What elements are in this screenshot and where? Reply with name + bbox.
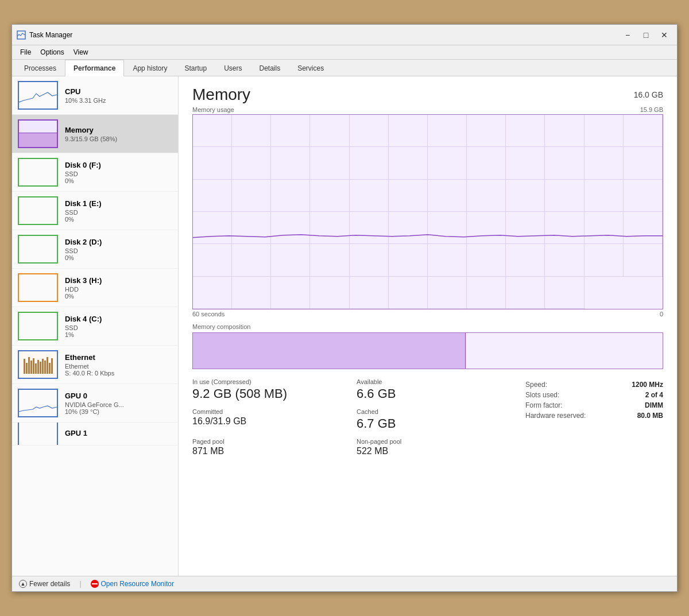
menu-options[interactable]: Options xyxy=(36,47,68,58)
disk2-sub1: SSD xyxy=(65,247,102,254)
tab-processes[interactable]: Processes xyxy=(16,60,65,76)
sidebar-item-ethernet[interactable]: Ethernet Ethernet S: 40.0 R: 0 Kbps xyxy=(12,346,178,384)
sidebar-item-disk0[interactable]: Disk 0 (F:) SSD 0% xyxy=(12,153,178,192)
disk1-name: Disk 1 (E:) xyxy=(65,199,102,208)
no-entry-icon xyxy=(91,580,99,588)
ethernet-thumbnail xyxy=(18,350,58,379)
sidebar-item-disk1[interactable]: Disk 1 (E:) SSD 0% xyxy=(12,192,178,230)
memory-name: Memory xyxy=(65,126,117,134)
committed-label: Committed xyxy=(192,408,338,415)
main-title: Memory xyxy=(192,86,250,104)
task-manager-window: Task Manager − □ ✕ File Options View Pro… xyxy=(11,24,678,592)
memory-info: Memory 9.3/15.9 GB (58%) xyxy=(65,126,117,142)
cached-label: Cached xyxy=(357,408,502,415)
content-area: CPU 10% 3.31 GHz Memory 9.3/15.9 GB (58%… xyxy=(12,76,677,576)
max-label: 15.9 GB xyxy=(640,106,663,113)
disk3-info: Disk 3 (H:) HDD 0% xyxy=(65,276,102,300)
speed-label: Speed: xyxy=(525,381,547,389)
main-panel: Memory 16.0 GB Memory usage 15.9 GB xyxy=(179,76,677,576)
paged-pool-label: Paged pool xyxy=(192,438,338,445)
sidebar: CPU 10% 3.31 GHz Memory 9.3/15.9 GB (58%… xyxy=(12,76,179,576)
left-stats: In use (Compressed) 9.2 GB (508 MB) Avai… xyxy=(192,378,502,456)
form-label: Form factor: xyxy=(525,401,563,409)
disk1-sub2: 0% xyxy=(65,216,102,223)
sidebar-item-gpu0[interactable]: GPU 0 NVIDIA GeForce G... 10% (39 °C) xyxy=(12,384,178,423)
disk3-thumbnail xyxy=(18,273,58,302)
disk1-sub1: SSD xyxy=(65,209,102,216)
resource-monitor-link[interactable]: Open Resource Monitor xyxy=(101,580,174,588)
sidebar-item-cpu[interactable]: CPU 10% 3.31 GHz xyxy=(12,76,178,115)
tab-app-history[interactable]: App history xyxy=(124,60,176,76)
non-paged-pool-label: Non-paged pool xyxy=(357,438,502,445)
chart-time-row: 60 seconds 0 xyxy=(192,311,663,317)
hw-reserved-value: 80.0 MB xyxy=(637,412,663,420)
sidebar-item-gpu1[interactable]: GPU 1 xyxy=(12,423,178,445)
disk0-sub1: SSD xyxy=(65,171,101,177)
tab-details[interactable]: Details xyxy=(250,60,289,76)
usage-label: Memory usage xyxy=(192,106,234,113)
tab-performance[interactable]: Performance xyxy=(65,60,124,76)
cpu-info: CPU 10% 3.31 GHz xyxy=(65,87,106,104)
memory-thumbnail xyxy=(18,119,58,148)
disk3-sub2: 0% xyxy=(65,293,102,300)
bottom-bar: ▲ Fewer details | Open Resource Monitor xyxy=(12,576,677,591)
resource-monitor-area: Open Resource Monitor xyxy=(91,580,174,588)
disk4-name: Disk 4 (C:) xyxy=(65,315,102,323)
tab-services[interactable]: Services xyxy=(289,60,332,76)
committed-stat: Committed 16.9/31.9 GB xyxy=(192,408,338,431)
tab-startup[interactable]: Startup xyxy=(176,60,215,76)
disk1-thumbnail xyxy=(18,196,58,225)
composition-divider xyxy=(465,333,466,369)
disk3-name: Disk 3 (H:) xyxy=(65,276,102,285)
ethernet-name: Ethernet xyxy=(65,353,114,362)
title-bar: Task Manager − □ ✕ xyxy=(12,25,677,45)
time-left: 60 seconds xyxy=(192,311,224,317)
ethernet-info: Ethernet Ethernet S: 40.0 R: 0 Kbps xyxy=(65,353,114,377)
sidebar-item-disk3[interactable]: Disk 3 (H:) HDD 0% xyxy=(12,269,178,307)
right-stats: Speed: 1200 MHz Slots used: 2 of 4 Form … xyxy=(525,378,663,456)
close-button[interactable]: ✕ xyxy=(656,29,672,41)
menu-file[interactable]: File xyxy=(16,47,36,58)
fewer-details-button[interactable]: ▲ Fewer details xyxy=(19,580,70,588)
in-use-value: 9.2 GB (508 MB) xyxy=(192,386,338,401)
memory-chart xyxy=(192,114,663,309)
window-controls: − □ ✕ xyxy=(620,29,672,41)
available-value: 6.6 GB xyxy=(357,386,502,401)
hw-reserved-label: Hardware reserved: xyxy=(525,412,586,420)
paged-pool-stat: Paged pool 871 MB xyxy=(192,438,338,456)
bottom-separator: | xyxy=(79,580,81,588)
disk3-sub1: HDD xyxy=(65,286,102,293)
slots-row: Slots used: 2 of 4 xyxy=(525,391,663,399)
cached-value: 6.7 GB xyxy=(357,416,502,431)
sidebar-item-memory[interactable]: Memory 9.3/15.9 GB (58%) xyxy=(12,115,178,153)
tab-users[interactable]: Users xyxy=(215,60,250,76)
disk4-info: Disk 4 (C:) SSD 1% xyxy=(65,315,102,338)
hw-reserved-row: Hardware reserved: 80.0 MB xyxy=(525,412,663,420)
disk1-info: Disk 1 (E:) SSD 0% xyxy=(65,199,102,223)
form-value: DIMM xyxy=(645,401,663,409)
gpu1-name: GPU 1 xyxy=(65,429,87,437)
sidebar-item-disk4[interactable]: Disk 4 (C:) SSD 1% xyxy=(12,307,178,346)
composition-label: Memory composition xyxy=(192,323,663,330)
disk4-sub2: 1% xyxy=(65,331,102,338)
non-paged-pool-stat: Non-paged pool 522 MB xyxy=(357,438,502,456)
paged-pool-value: 871 MB xyxy=(192,446,338,456)
slots-label: Slots used: xyxy=(525,391,559,399)
maximize-button[interactable]: □ xyxy=(638,29,654,41)
fewer-details-label: Fewer details xyxy=(29,580,70,588)
cpu-sub: 10% 3.31 GHz xyxy=(65,97,106,104)
minimize-button[interactable]: − xyxy=(620,29,636,41)
gpu1-info: GPU 1 xyxy=(65,429,87,439)
disk0-name: Disk 0 (F:) xyxy=(65,161,101,169)
chart-label-row: Memory usage 15.9 GB xyxy=(192,106,663,113)
sidebar-item-disk2[interactable]: Disk 2 (D:) SSD 0% xyxy=(12,230,178,269)
gpu0-sub1: NVIDIA GeForce G... xyxy=(65,401,124,408)
cpu-thumbnail xyxy=(18,81,58,110)
in-use-stat: In use (Compressed) 9.2 GB (508 MB) xyxy=(192,378,338,401)
menu-view[interactable]: View xyxy=(69,47,93,58)
disk2-thumbnail xyxy=(18,235,58,264)
memory-sub: 9.3/15.9 GB (58%) xyxy=(65,135,117,142)
disk0-info: Disk 0 (F:) SSD 0% xyxy=(65,161,101,184)
cpu-name: CPU xyxy=(65,87,106,96)
disk2-sub2: 0% xyxy=(65,254,102,261)
